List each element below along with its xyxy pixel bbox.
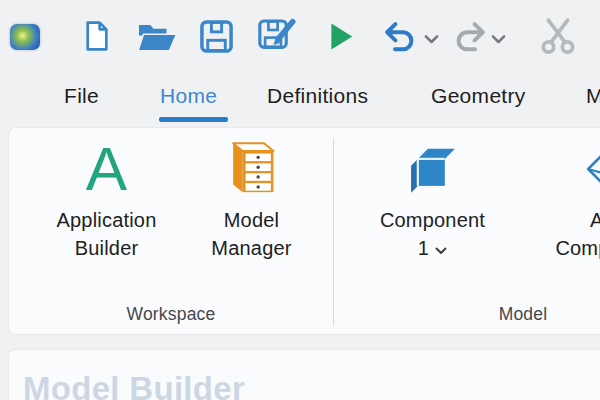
undo-button[interactable] (380, 20, 420, 53)
application-builder-button[interactable]: A Application Builder (29, 136, 184, 262)
button-label: Builder (56, 234, 156, 262)
model-builder-panel: Model Builder (8, 349, 600, 400)
application-builder-icon: A (86, 136, 127, 202)
new-file-button[interactable] (81, 18, 113, 54)
model-manager-icon (226, 139, 278, 199)
button-label: Component (555, 234, 600, 262)
component-1-button[interactable]: Component 1 (365, 136, 500, 262)
tab-file[interactable]: File (64, 84, 99, 118)
app-menu-button[interactable] (8, 22, 42, 52)
app-window: File Home Definitions Geometry Materials… (0, 0, 600, 400)
app-logo-icon (10, 24, 40, 50)
chevron-down-icon (435, 247, 447, 255)
button-label: 1 (380, 234, 485, 262)
ribbon-group-separator (333, 138, 334, 326)
add-component-button[interactable]: Add Component (550, 136, 600, 262)
open-file-icon (137, 22, 177, 52)
tab-materials[interactable]: Materials (586, 84, 600, 118)
cut-scissors-icon (538, 16, 578, 56)
undo-dropdown-button[interactable] (424, 34, 439, 45)
model-manager-button[interactable]: Model Manager (184, 136, 319, 262)
open-file-button[interactable] (137, 22, 177, 52)
run-icon (328, 21, 355, 52)
tab-definitions[interactable]: Definitions (267, 84, 368, 118)
chevron-down-icon (424, 34, 439, 45)
button-label: Application (56, 206, 156, 234)
save-as-icon (257, 17, 297, 54)
save-as-button[interactable] (257, 17, 297, 54)
save-button[interactable] (199, 19, 234, 54)
add-component-icon (585, 146, 600, 192)
tab-home[interactable]: Home (160, 84, 217, 118)
model-builder-title: Model Builder (23, 370, 245, 400)
redo-dropdown-button[interactable] (491, 34, 506, 45)
tab-geometry[interactable]: Geometry (431, 84, 526, 118)
chevron-down-icon (491, 34, 506, 45)
new-file-icon (81, 18, 113, 54)
cut-button[interactable] (538, 16, 578, 56)
button-label: Component (380, 206, 485, 234)
save-icon (199, 19, 234, 54)
redo-button[interactable] (450, 20, 490, 53)
button-label: Model (211, 206, 291, 234)
group-label-model: Model (333, 304, 600, 325)
run-button[interactable] (328, 21, 355, 52)
button-label: Manager (211, 234, 291, 262)
undo-icon (380, 20, 420, 53)
active-tab-indicator (159, 117, 228, 122)
ribbon-panel: A Application Builder (8, 127, 600, 335)
redo-icon (450, 20, 490, 53)
group-label-workspace: Workspace (9, 304, 333, 325)
button-label: Add (555, 206, 600, 234)
component-cube-icon (406, 141, 460, 197)
